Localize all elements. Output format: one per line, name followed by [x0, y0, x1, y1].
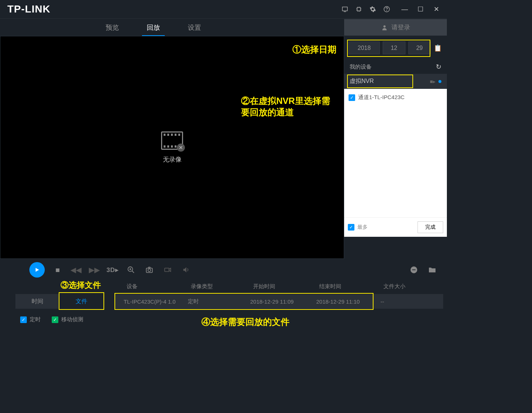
no-video-icon: ✕	[161, 131, 183, 150]
snapshot-button[interactable]	[144, 266, 155, 274]
annotation-3: ③选择文件	[61, 280, 101, 291]
nvr-label: 虚拟NVR	[350, 77, 430, 85]
channel-list: ✓ 通道1-TL-IPC423C	[344, 89, 447, 217]
channel-label: 通道1-TL-IPC423C	[358, 94, 405, 101]
gear-icon[interactable]	[369, 6, 376, 13]
file-end: 2018-12-29 11:10	[316, 298, 380, 305]
minimize-button[interactable]: —	[401, 6, 408, 12]
threed-button[interactable]: 3D▸	[107, 266, 118, 274]
titlebar: TP-LINK — ☐ ✕	[0, 0, 447, 18]
filter-motion-label: 移动侦测	[61, 316, 83, 323]
filter-scheduled[interactable]: ✓ 定时	[20, 316, 41, 323]
col-type: 录像类型	[191, 283, 253, 290]
svg-rect-0	[342, 7, 347, 11]
tab-preview[interactable]: 预览	[103, 19, 122, 36]
filter-motion-checkbox[interactable]: ✓	[52, 316, 58, 323]
tab-playback[interactable]: 回放	[144, 19, 163, 36]
tab-file[interactable]: 文件	[59, 294, 103, 309]
annotation-1: ①选择日期	[292, 44, 336, 55]
svg-point-12	[387, 10, 387, 11]
more-label: 最多	[357, 224, 415, 231]
channel-checkbox[interactable]: ✓	[349, 94, 355, 101]
volume-button[interactable]	[181, 266, 192, 274]
no-video-text: 无录像	[163, 155, 182, 164]
date-month[interactable]: 12	[383, 41, 405, 54]
annotation-2: ②在虚拟NVR里选择需要回放的通道	[241, 95, 336, 118]
annotation-4: ④选择需要回放的文件	[201, 316, 289, 328]
col-start: 开始时间	[253, 283, 319, 290]
help-icon[interactable]	[383, 6, 390, 13]
controlbar: ■ ◀◀ ▶▶ 3D▸	[0, 259, 447, 281]
file-start: 2018-12-29 11:09	[250, 298, 316, 305]
record-button[interactable]	[162, 266, 173, 274]
right-panel: 2018 12 29 📋 我的设备 ↻ 虚拟NVR ■▸ ✓ 通道1-TL-IP…	[344, 36, 447, 259]
col-end: 结束时间	[319, 283, 383, 290]
logo: TP-LINK	[7, 3, 50, 15]
maximize-button[interactable]: ☐	[417, 6, 424, 12]
filelist-header: ③选择文件 设备 录像类型 开始时间 结束时间 文件大小	[0, 281, 447, 292]
user-icon	[381, 24, 388, 31]
tab-settings[interactable]: 设置	[185, 19, 204, 36]
file-size: --	[380, 298, 417, 305]
filter-scheduled-checkbox[interactable]: ✓	[20, 316, 27, 323]
play-button[interactable]	[29, 262, 45, 278]
file-device: TL-IPC423C(P)-4 1.0	[124, 298, 188, 305]
file-row[interactable]: TL-IPC423C(P)-4 1.0 定时 2018-12-29 11:09 …	[114, 294, 443, 309]
forward-button[interactable]: ▶▶	[89, 265, 100, 274]
svg-rect-2	[357, 8, 361, 11]
folder-button[interactable]	[427, 265, 438, 274]
video-area: ①选择日期 ②在虚拟NVR里选择需要回放的通道 ✕ 无录像	[0, 36, 344, 259]
nvr-row[interactable]: 虚拟NVR ■▸	[344, 74, 447, 89]
file-type: 定时	[188, 298, 250, 305]
screen-icon[interactable]	[341, 6, 349, 13]
svg-point-19	[148, 269, 150, 271]
chip-icon[interactable]	[355, 6, 362, 13]
svg-point-13	[383, 25, 386, 28]
camera-icon: ■▸	[430, 79, 436, 84]
channel-item[interactable]: ✓ 通道1-TL-IPC423C	[348, 93, 443, 102]
refresh-icon[interactable]: ↻	[436, 63, 441, 71]
tab-time[interactable]: 时间	[15, 294, 59, 309]
calendar-icon[interactable]: 📋	[434, 44, 442, 52]
col-device: 设备	[127, 283, 191, 290]
zoom-button[interactable]	[125, 266, 136, 274]
close-button[interactable]: ✕	[433, 6, 440, 12]
svg-line-17	[132, 271, 134, 273]
col-size: 文件大小	[383, 283, 420, 290]
login-label: 请登录	[391, 23, 410, 32]
filter-motion[interactable]: ✓ 移动侦测	[52, 316, 83, 323]
date-year[interactable]: 2018	[349, 41, 380, 54]
navbar: 预览 回放 设置 请登录	[0, 18, 447, 36]
stop-button[interactable]: ■	[52, 266, 63, 274]
svg-rect-22	[412, 269, 415, 270]
hide-button[interactable]	[408, 266, 419, 274]
filter-scheduled-label: 定时	[30, 316, 41, 323]
device-header: 我的设备	[350, 64, 436, 70]
more-checkbox[interactable]: ✓	[348, 224, 354, 231]
rewind-button[interactable]: ◀◀	[70, 265, 81, 274]
done-button[interactable]: 完成	[418, 221, 443, 233]
login-button[interactable]: 请登录	[344, 19, 447, 36]
status-dot	[438, 80, 441, 83]
svg-rect-20	[165, 268, 169, 271]
date-day[interactable]: 29	[408, 41, 431, 54]
